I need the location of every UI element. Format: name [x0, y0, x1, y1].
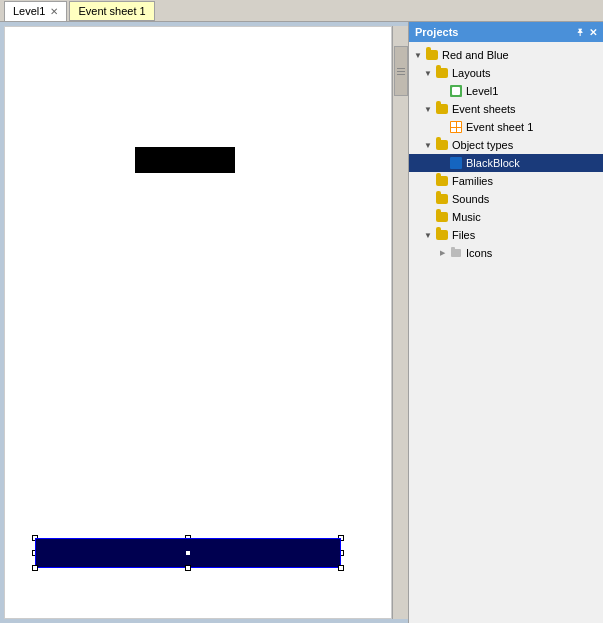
vertical-scrollbar[interactable] [392, 26, 408, 619]
tree-arrow-eventsheet1 [437, 122, 447, 132]
editor-area [0, 22, 408, 623]
folder-icon-eventsheets [435, 102, 449, 116]
folder-icon-files [435, 228, 449, 242]
canvas-white[interactable] [4, 26, 392, 619]
canvas-container [0, 22, 408, 623]
tree-label-files: Files [452, 229, 475, 241]
tree-area: ▼ Red and Blue ▼ Layouts Level1 ▼ Event [409, 42, 603, 623]
selection-handles [35, 538, 341, 568]
tree-item-root[interactable]: ▼ Red and Blue [409, 46, 603, 64]
tree-label-objecttypes: Object types [452, 139, 513, 151]
grip-line-1 [397, 68, 405, 69]
tree-label-eventsheets: Event sheets [452, 103, 516, 115]
projects-title: Projects [415, 26, 458, 38]
tree-arrow-objecttypes: ▼ [423, 140, 433, 150]
layout-icon-level1 [449, 84, 463, 98]
tree-label-blackblock: BlackBlock [466, 157, 520, 169]
projects-panel: Projects 🖈 ✕ ▼ Red and Blue ▼ Layouts [408, 22, 603, 623]
handle-bottom-left[interactable] [32, 565, 38, 571]
tab-eventsheet1[interactable]: Event sheet 1 [69, 1, 154, 21]
pin-icon[interactable]: 🖈 [575, 27, 585, 38]
main-area: Projects 🖈 ✕ ▼ Red and Blue ▼ Layouts [0, 22, 603, 623]
folder-icon-layouts [435, 66, 449, 80]
tree-label-level1: Level1 [466, 85, 498, 97]
black-block-object[interactable] [135, 147, 235, 173]
tree-arrow-music [423, 212, 433, 222]
folder-icon-music [435, 210, 449, 224]
tree-arrow-layouts: ▼ [423, 68, 433, 78]
tree-item-level1[interactable]: Level1 [409, 82, 603, 100]
projects-header-icons: 🖈 ✕ [575, 27, 597, 38]
tree-item-blackblock[interactable]: BlackBlock [409, 154, 603, 172]
tree-label-layouts: Layouts [452, 67, 491, 79]
tab-bar: Level1 ✕ Event sheet 1 [0, 0, 603, 22]
close-icon[interactable]: ✕ [589, 27, 597, 38]
tree-item-objecttypes[interactable]: ▼ Object types [409, 136, 603, 154]
tree-item-sounds[interactable]: Sounds [409, 190, 603, 208]
tab-level1-label: Level1 [13, 5, 45, 17]
grip-line-3 [397, 74, 405, 75]
blue-block-center-dot [186, 551, 190, 555]
tab-eventsheet1-label: Event sheet 1 [78, 5, 145, 17]
object-icon-blackblock [449, 156, 463, 170]
tree-item-music[interactable]: Music [409, 208, 603, 226]
tree-arrow-sounds [423, 194, 433, 204]
tree-arrow-icons: ▶ [437, 248, 447, 258]
folder-icon-root [425, 48, 439, 62]
tree-item-files[interactable]: ▼ Files [409, 226, 603, 244]
projects-header: Projects 🖈 ✕ [409, 22, 603, 42]
handle-bottom-right[interactable] [338, 565, 344, 571]
tree-label-eventsheet1: Event sheet 1 [466, 121, 533, 133]
tree-label-families: Families [452, 175, 493, 187]
canvas-inner[interactable] [4, 26, 408, 619]
tree-arrow-level1 [437, 86, 447, 96]
tree-item-families[interactable]: Families [409, 172, 603, 190]
blue-block-object[interactable] [35, 538, 341, 568]
blue-block-container[interactable] [35, 538, 341, 568]
tree-arrow-families [423, 176, 433, 186]
tree-arrow-blackblock [437, 158, 447, 168]
folder-icon-icons [449, 246, 463, 260]
tree-label-icons: Icons [466, 247, 492, 259]
tree-arrow-files: ▼ [423, 230, 433, 240]
folder-icon-sounds [435, 192, 449, 206]
handle-bottom-mid[interactable] [185, 565, 191, 571]
tree-item-layouts[interactable]: ▼ Layouts [409, 64, 603, 82]
folder-icon-families [435, 174, 449, 188]
tree-arrow-eventsheets: ▼ [423, 104, 433, 114]
tree-item-eventsheet1[interactable]: Event sheet 1 [409, 118, 603, 136]
eventsheet-icon [449, 120, 463, 134]
tree-arrow-root: ▼ [413, 50, 423, 60]
tree-label-music: Music [452, 211, 481, 223]
tab-level1-close[interactable]: ✕ [50, 6, 58, 17]
folder-icon-objecttypes [435, 138, 449, 152]
tree-item-icons[interactable]: ▶ Icons [409, 244, 603, 262]
scrollbar-thumb[interactable] [394, 46, 408, 96]
grip-line-2 [397, 71, 405, 72]
tree-label-sounds: Sounds [452, 193, 489, 205]
tab-level1[interactable]: Level1 ✕ [4, 1, 67, 21]
tree-item-eventsheets[interactable]: ▼ Event sheets [409, 100, 603, 118]
tree-label-root: Red and Blue [442, 49, 509, 61]
scrollbar-grip [397, 68, 405, 75]
